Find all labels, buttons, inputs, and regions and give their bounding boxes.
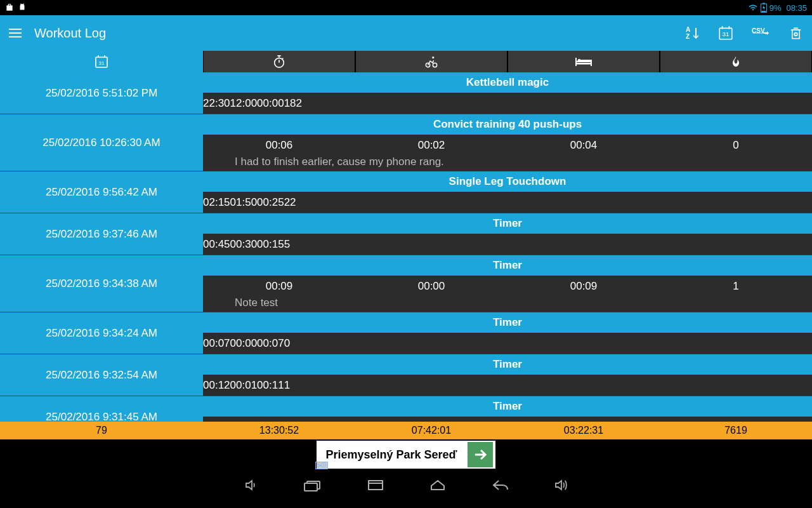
ad-choices-icon[interactable]: ▷ⓘ: [315, 462, 328, 469]
totals-bar: 79 13:30:52 07:42:01 03:22:31 7619: [0, 422, 812, 439]
log-rest: 00:04: [508, 135, 660, 156]
svg-rect-2: [761, 11, 766, 12]
volume-down-button[interactable]: [244, 478, 259, 493]
volume-up-button[interactable]: [553, 478, 568, 493]
log-rest: 00:11: [257, 375, 284, 396]
log-calories: 5: [284, 234, 290, 255]
totals-rest: 03:22:31: [508, 422, 660, 439]
log-duration: 00:12: [203, 375, 230, 396]
column-headers: 31: [0, 51, 812, 72]
svg-rect-26: [575, 63, 592, 65]
calendar-button[interactable]: 31: [717, 25, 734, 41]
log-date: 25/02/2016 10:26:30 AM: [0, 114, 203, 171]
rest-header-icon: [575, 56, 593, 67]
log-row[interactable]: 25/02/2016 9:34:38 AM Timer 00:09 00:00 …: [0, 255, 812, 312]
log-rest: 00:05: [257, 417, 284, 422]
log-calories: 182: [284, 93, 302, 114]
log-row[interactable]: 25/02/2016 9:34:24 AM Timer 00:07 00:00 …: [0, 312, 812, 354]
log-title: Timer: [203, 312, 812, 333]
delete-button[interactable]: [789, 25, 803, 41]
cyclist-header-icon: [424, 55, 439, 69]
log-active: 00:02: [355, 135, 508, 156]
log-active: 00:00: [230, 417, 258, 422]
log-date: 25/02/2016 9:32:54 AM: [0, 354, 203, 396]
log-active: 00:00: [355, 276, 508, 297]
log-duration: 00:06: [203, 135, 355, 156]
log-active: 12:00: [230, 93, 258, 114]
totals-duration: 13:30:52: [203, 422, 355, 439]
svg-point-22: [433, 63, 436, 67]
log-row[interactable]: 25/02/2016 10:26:30 AM Convict training …: [0, 114, 812, 171]
log-row[interactable]: 25/02/2016 9:31:45 AM Timer 00:05 00:00 …: [0, 396, 812, 422]
android-icon: [18, 3, 27, 12]
log-calories: 22: [284, 192, 296, 213]
log-title: Timer: [203, 213, 812, 234]
log-active: 00:00: [230, 333, 258, 354]
battery-percent: 9%: [769, 3, 782, 13]
export-csv-button[interactable]: CSV: [752, 27, 771, 39]
log-date: 25/02/2016 9:34:24 AM: [0, 312, 203, 354]
log-calories: 0: [284, 417, 290, 422]
log-row[interactable]: 25/02/2016 9:56:42 AM Single Leg Touchdo…: [0, 171, 812, 213]
back-button[interactable]: [491, 478, 509, 492]
log-row[interactable]: 25/02/2016 9:32:54 AM Timer 00:12 00:01 …: [0, 354, 812, 396]
stopwatch-header-icon: [272, 55, 286, 69]
log-row[interactable]: 25/02/2016 5:51:02 PM Kettlebell magic 2…: [0, 72, 812, 114]
log-note: I had to finish earlier, cause my phone …: [203, 156, 812, 171]
svg-line-20: [282, 58, 283, 59]
log-duration: 00:45: [203, 234, 230, 255]
log-title: Kettlebell magic: [203, 72, 812, 93]
svg-text:31: 31: [99, 60, 105, 66]
log-duration: 00:09: [203, 276, 355, 297]
page-title: Workout Log: [34, 26, 106, 41]
log-duration: 00:05: [203, 417, 230, 422]
flame-header-icon: [730, 55, 742, 69]
calendar-header-icon: 31: [94, 54, 109, 69]
log-calories: 0: [660, 135, 812, 156]
log-title: Timer: [203, 396, 812, 417]
log-date: 25/02/2016 9:31:45 AM: [0, 396, 203, 422]
ad-banner[interactable]: ▷ⓘ Priemyselný Park Sereď: [0, 439, 812, 470]
log-date: 25/02/2016 9:56:42 AM: [0, 171, 203, 213]
svg-text:A: A: [686, 26, 690, 33]
log-calories: 0: [284, 333, 290, 354]
app-bar: Workout Log AZ 31 CSV: [0, 15, 812, 51]
svg-rect-24: [575, 58, 577, 66]
log-active: 00:01: [230, 375, 258, 396]
status-bar: 9% 08:35: [0, 0, 812, 15]
log-title: Convict training 40 push-ups: [203, 114, 812, 135]
svg-text:Z: Z: [686, 33, 690, 40]
svg-point-23: [432, 57, 434, 58]
log-calories: 1: [660, 276, 812, 297]
ad-arrow-icon[interactable]: [468, 442, 493, 467]
log-date: 25/02/2016 9:34:38 AM: [0, 255, 203, 312]
svg-rect-30: [369, 481, 383, 490]
svg-rect-10: [792, 30, 800, 38]
log-active: 01:50: [230, 192, 258, 213]
clock-time: 08:35: [786, 3, 807, 13]
wifi-icon: [748, 3, 758, 12]
log-active: 00:30: [230, 234, 258, 255]
log-list[interactable]: 25/02/2016 5:51:02 PM Kettlebell magic 2…: [0, 72, 812, 422]
home-button[interactable]: [429, 478, 447, 492]
totals-active: 07:42:01: [355, 422, 508, 439]
log-duration: 02:15: [203, 192, 230, 213]
svg-rect-1: [763, 3, 765, 4]
notification-icon: [5, 3, 14, 12]
battery-icon: [761, 3, 767, 13]
log-rest: 00:15: [257, 234, 284, 255]
log-rest: 00:25: [257, 192, 284, 213]
log-date: 25/02/2016 5:51:02 PM: [0, 72, 203, 114]
log-title: Single Leg Touchdown: [203, 171, 812, 192]
log-rest: 00:07: [257, 333, 284, 354]
menu-button[interactable]: [9, 29, 22, 37]
log-row[interactable]: 25/02/2016 9:37:46 AM Timer 00:45 00:30 …: [0, 213, 812, 255]
log-calories: 1: [284, 375, 290, 396]
log-title: Timer: [203, 354, 812, 375]
log-duration: 00:07: [203, 333, 230, 354]
log-duration: 22:30: [203, 93, 230, 114]
recent-apps-button[interactable]: [367, 478, 384, 492]
back-button-alt[interactable]: [303, 478, 322, 493]
totals-count: 79: [0, 422, 203, 439]
sort-az-button[interactable]: AZ: [684, 25, 700, 41]
